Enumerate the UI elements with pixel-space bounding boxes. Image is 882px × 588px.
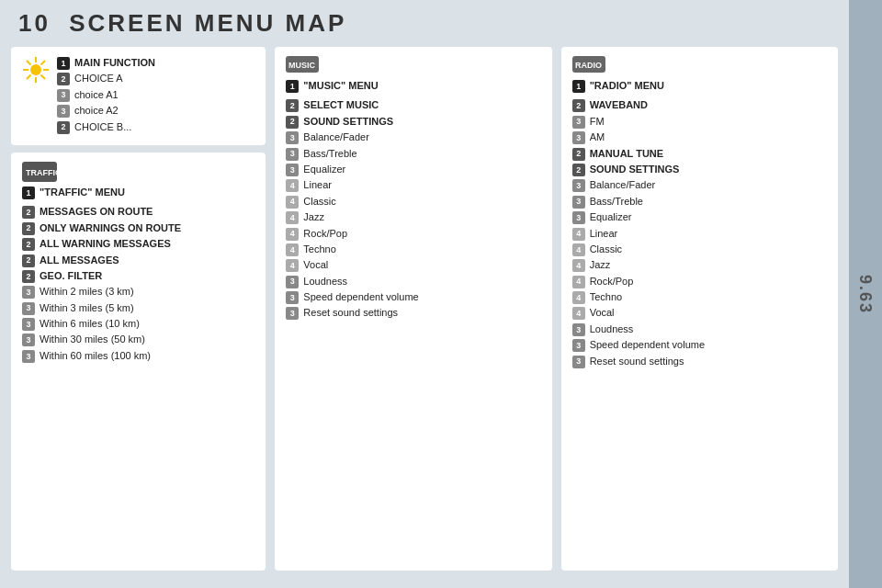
list-item: 4 Linear	[572, 227, 827, 241]
svg-text:TRAFFIC: TRAFFIC	[26, 168, 57, 177]
radio-item-12: Techno	[590, 290, 622, 304]
list-item: 2 ALL MESSAGES	[22, 254, 254, 267]
radio-item-3: MANUAL TUNE	[590, 147, 663, 161]
traffic-title: "TRAFFIC" MENU	[40, 186, 125, 199]
badge-1t: 1	[22, 187, 35, 199]
music-item-12: Speed dependent volume	[303, 290, 418, 304]
traffic-icon: TRAFFIC	[22, 162, 57, 182]
list-item: 4 Vocal	[286, 258, 540, 272]
list-item: 4 Classic	[286, 195, 540, 209]
list-item: 3 Balance/Fader	[572, 178, 827, 192]
radio-item-11: Rock/Pop	[590, 275, 634, 288]
list-item: 3 Within 3 miles (5 km)	[22, 301, 254, 315]
list-item: 3 Speed dependent volume	[286, 290, 540, 304]
main-function-box: 1 MAIN FUNCTION 2 CHOICE A 3 choice A1	[11, 47, 266, 145]
svg-line-7	[41, 61, 46, 65]
radio-item-15: Speed dependent volume	[590, 338, 705, 352]
badge-1: 1	[57, 57, 70, 70]
list-item: 2 ALL WARNING MESSAGES	[22, 237, 254, 251]
star-icon	[22, 56, 50, 84]
svg-line-8	[27, 75, 31, 80]
music-item-6: Classic	[303, 195, 335, 209]
list-item: 4 Jazz	[572, 258, 827, 272]
badge-3: 3	[57, 89, 70, 102]
list-item: 4 Linear	[286, 178, 540, 192]
list-item: 3 AM	[572, 130, 827, 144]
list-item: 4 Techno	[286, 243, 540, 256]
music-menu-title: "MUSIC" MENU	[303, 79, 378, 93]
radio-badge-area: RADIO	[572, 56, 827, 75]
list-item: 2 CHOICE A	[57, 72, 155, 85]
list-item: 2 SOUND SETTINGS	[286, 115, 540, 129]
radio-item-8: Linear	[590, 227, 618, 241]
choice-a: CHOICE A	[74, 72, 123, 85]
radio-item-0: WAVEBAND	[590, 98, 648, 112]
main-func-title-item: 1 MAIN FUNCTION	[57, 56, 155, 70]
side-tab-label: 9.63	[856, 274, 876, 313]
traffic-item-2: ALL WARNING MESSAGES	[40, 237, 171, 251]
list-item: 3 Within 2 miles (3 km)	[22, 285, 254, 299]
radio-item-14: Loudness	[590, 322, 634, 336]
list-item: 3 Bass/Treble	[286, 147, 540, 161]
page-title-text: SCREEN MENU MAP	[69, 9, 346, 37]
music-item-5: Linear	[303, 178, 332, 192]
list-item: 3 Within 30 miles (50 km)	[22, 333, 254, 346]
svg-line-5	[27, 61, 31, 65]
music-item-3: Bass/Treble	[303, 147, 356, 161]
traffic-item-3: ALL MESSAGES	[40, 254, 119, 267]
list-item: 2 SOUND SETTINGS	[572, 163, 827, 176]
music-item-10: Vocal	[303, 258, 328, 272]
music-column: MUSIC 1 "MUSIC" MENU 2 SELECT MUSIC 2 SO…	[275, 47, 551, 571]
traffic-title-item: 1 "TRAFFIC" MENU	[22, 186, 254, 199]
list-item: 3 Equalizer	[286, 163, 540, 176]
columns-container: 1 MAIN FUNCTION 2 CHOICE A 3 choice A1	[11, 47, 838, 571]
choice-a1: choice A1	[74, 88, 119, 102]
music-item-2: Balance/Fader	[303, 130, 369, 144]
radio-item-9: Classic	[590, 243, 622, 256]
traffic-box: TRAFFIC 1 "TRAFFIC" MENU 2 MESSAGES ON R…	[11, 153, 266, 571]
list-item: 2 WAVEBAND	[572, 98, 827, 112]
svg-text:RADIO: RADIO	[575, 61, 602, 70]
list-item: 3 FM	[572, 115, 827, 129]
list-item: 3 Loudness	[286, 275, 540, 288]
traffic-item-9: Within 60 miles (100 km)	[40, 349, 151, 363]
traffic-item-7: Within 6 miles (10 km)	[40, 317, 140, 331]
main-function-items: 1 MAIN FUNCTION 2 CHOICE A 3 choice A1	[57, 56, 155, 136]
radio-item-1: FM	[590, 115, 605, 129]
traffic-header: TRAFFIC	[22, 162, 254, 182]
list-item: 4 Jazz	[286, 210, 540, 224]
traffic-item-1: ONLY WARNINGS ON ROUTE	[40, 221, 181, 235]
list-item: 3 Bass/Treble	[572, 195, 827, 209]
list-item: 3 Within 60 miles (100 km)	[22, 349, 254, 363]
music-title-item: 1 "MUSIC" MENU	[286, 79, 540, 93]
badge-3b: 3	[57, 105, 70, 118]
music-item-13: Reset sound settings	[303, 306, 398, 320]
list-item: 2 MANUAL TUNE	[572, 147, 827, 161]
main-function-header: 1 MAIN FUNCTION 2 CHOICE A 3 choice A1	[22, 56, 254, 136]
list-item: 3 Equalizer	[572, 210, 827, 224]
music-item-7: Jazz	[303, 210, 324, 224]
list-item: 3 Speed dependent volume	[572, 338, 827, 352]
traffic-item-4: GEO. FILTER	[40, 269, 102, 283]
traffic-item-0: MESSAGES ON ROUTE	[40, 205, 153, 219]
list-item: 4 Classic	[572, 243, 827, 256]
traffic-item-8: Within 30 miles (50 km)	[40, 333, 145, 346]
radio-column: RADIO 1 "RADIO" MENU 2 WAVEBAND 3 FM 3 A…	[561, 47, 838, 571]
svg-line-6	[41, 75, 46, 80]
list-item: 2 ONLY WARNINGS ON ROUTE	[22, 221, 254, 235]
main-content: 10 SCREEN MENU MAP	[0, 0, 849, 588]
choice-a2: choice A2	[74, 104, 119, 118]
radio-item-10: Jazz	[590, 258, 611, 272]
list-item: 2 GEO. FILTER	[22, 269, 254, 283]
music-item-11: Loudness	[303, 275, 347, 288]
radio-icon: RADIO	[572, 56, 605, 73]
traffic-item-5: Within 2 miles (3 km)	[40, 285, 134, 299]
music-item-0: SELECT MUSIC	[303, 98, 379, 112]
choice-b: CHOICE B...	[74, 120, 131, 134]
radio-menu-title: "RADIO" MENU	[590, 79, 664, 93]
svg-text:MUSIC: MUSIC	[288, 61, 316, 70]
page-title: 10 SCREEN MENU MAP	[11, 9, 838, 38]
list-item: 4 Rock/Pop	[286, 227, 540, 241]
list-item: 4 Techno	[572, 290, 827, 304]
music-item-9: Techno	[303, 243, 335, 256]
